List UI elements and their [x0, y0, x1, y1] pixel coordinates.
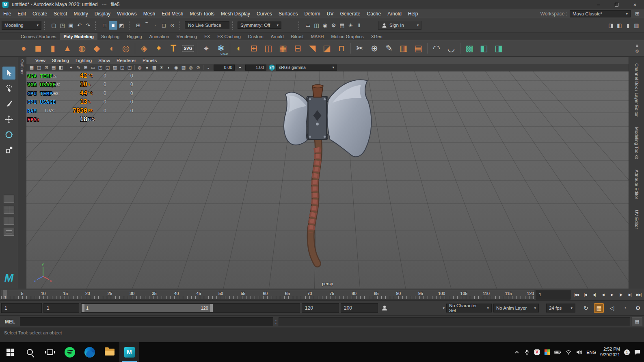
app-grid-tray-icon[interactable]: [544, 349, 550, 355]
viewport-select-camera-icon[interactable]: ▦: [28, 64, 35, 71]
step-forward-key-button[interactable]: |▶: [616, 290, 625, 299]
loop-mode-icon[interactable]: ↻: [581, 303, 591, 313]
workspace-select[interactable]: Maya Classic* ▾: [570, 10, 631, 17]
play-backwards-button[interactable]: ◀: [599, 290, 607, 299]
action-center-button[interactable]: [634, 349, 641, 355]
shelf-item[interactable]: [349, 41, 352, 56]
viewport-bookmarks-icon[interactable]: ▤: [50, 64, 57, 71]
animation-end-field[interactable]: 200: [341, 303, 378, 313]
toolbar-grip[interactable]: [129, 21, 131, 30]
toggle-outliner-icon[interactable]: ▥: [632, 21, 641, 30]
extrude-icon[interactable]: ◥: [305, 41, 320, 56]
toggle-channel-box-icon[interactable]: ▮: [624, 21, 632, 30]
select-tool[interactable]: [2, 67, 15, 80]
save-scene-icon[interactable]: ▣: [67, 21, 75, 30]
toolbar-grip[interactable]: [232, 21, 235, 30]
gamma-field[interactable]: 1.00: [245, 65, 266, 71]
single-pane-layout-button[interactable]: [4, 195, 14, 203]
battery-tray-icon[interactable]: [554, 349, 561, 355]
viewport-shaded-icon[interactable]: ●: [143, 64, 151, 71]
viewport-safe-title-icon[interactable]: ◳: [126, 64, 133, 71]
script-editor-button[interactable]: ▤: [632, 317, 642, 326]
poly-torus-icon[interactable]: ◍: [75, 41, 89, 56]
shelf-tab[interactable]: Rendering: [173, 33, 201, 40]
menu-item[interactable]: Help: [405, 9, 421, 18]
boolean-union-icon[interactable]: ⊞: [246, 41, 261, 56]
menu-item[interactable]: Deform: [301, 9, 323, 18]
symmetry-select[interactable]: Symmetry: Off ▾: [238, 22, 281, 29]
open-scene-icon[interactable]: ◳: [58, 21, 67, 30]
poly-cone-icon[interactable]: ▲: [60, 41, 75, 56]
bevel-icon[interactable]: ◪: [320, 41, 334, 56]
toggle-tool-settings-icon[interactable]: ◧: [615, 21, 624, 30]
character-set-key-icon[interactable]: [380, 303, 389, 313]
volume-tray-icon[interactable]: [576, 349, 582, 355]
viewport-image-plane-icon[interactable]: ◧: [57, 64, 65, 71]
network-tray-icon[interactable]: [565, 349, 572, 355]
menu-item[interactable]: Curves: [253, 9, 275, 18]
make-live-icon[interactable]: ⊙: [168, 21, 177, 30]
shelf-item[interactable]: [426, 41, 429, 56]
shelf-tab[interactable]: Poly Modeling: [60, 33, 97, 40]
playback-start-field[interactable]: 1: [43, 303, 79, 313]
viewport-gate-mask-icon[interactable]: ◱: [104, 64, 111, 71]
animation-preferences-icon[interactable]: ⚙: [633, 303, 643, 313]
menu-item[interactable]: Windows: [114, 9, 140, 18]
maya-app-button[interactable]: M: [119, 342, 139, 362]
render-settings-icon[interactable]: ⚙: [329, 21, 338, 30]
menu-item[interactable]: Mesh Display: [218, 9, 253, 18]
viewport[interactable]: Verts:Edges:Faces:Tris:UVs: 00000 00000 …: [26, 71, 629, 289]
two-pane-layout-button[interactable]: [4, 217, 14, 225]
viewport-film-gate-icon[interactable]: ▭: [89, 64, 97, 71]
file-explorer-button[interactable]: [99, 342, 119, 362]
toggle-attribute-editor-icon[interactable]: ◨: [607, 21, 615, 30]
open-render-view-icon[interactable]: ▭: [304, 21, 312, 30]
playback-speed-icon[interactable]: ◔: [620, 303, 630, 313]
four-pane-layout-button[interactable]: [4, 206, 14, 214]
shelf-tab[interactable]: Curves / Surfaces: [17, 33, 60, 40]
step-forward-frame-button[interactable]: ▶|: [625, 290, 634, 299]
maximize-button[interactable]: [607, 0, 626, 9]
viewport-toolbar-icon[interactable]: [133, 64, 136, 71]
color-management-badge[interactable]: sR: [269, 65, 275, 71]
sidebar-tab[interactable]: Modeling Toolkit: [634, 127, 639, 159]
workspace-options-icon[interactable]: ⊞: [633, 9, 642, 18]
viewport-shadows-icon[interactable]: ◐: [165, 64, 173, 71]
display-layer-icon[interactable]: ▤: [338, 21, 346, 30]
menu-item[interactable]: Display: [91, 9, 114, 18]
menu-item[interactable]: Mesh Tools: [187, 9, 218, 18]
playback-end-field[interactable]: 120: [302, 303, 339, 313]
mirror-icon[interactable]: ⊟: [290, 41, 305, 56]
live-surface-field[interactable]: No Live Surface: [185, 21, 229, 29]
viewport-grid-icon[interactable]: ⊞: [82, 64, 89, 71]
poly-cylinder-icon[interactable]: ▮: [45, 41, 60, 56]
menu-item[interactable]: Arnold: [384, 9, 405, 18]
step-back-key-button[interactable]: ◀|: [590, 290, 599, 299]
range-slider-track[interactable]: 1 120: [81, 303, 300, 313]
panel-menu-item[interactable]: Shading: [49, 58, 72, 63]
rotate-tool[interactable]: [2, 128, 15, 141]
mute-playback-icon[interactable]: ◁: [607, 303, 617, 313]
combine-icon[interactable]: ◐: [232, 41, 246, 56]
microphone-tray-icon[interactable]: [524, 349, 530, 355]
svg-tool-icon[interactable]: SVG: [181, 41, 195, 56]
outliner-panel-strip[interactable]: Outliner: [18, 57, 26, 289]
scale-tool[interactable]: [2, 144, 15, 157]
viewport-antialiasing-icon[interactable]: ▧: [180, 64, 187, 71]
close-button[interactable]: ×: [626, 0, 644, 9]
light-editor-icon[interactable]: ☀: [346, 21, 355, 30]
snap-to-curve-icon[interactable]: ⌒: [143, 21, 151, 30]
menu-item[interactable]: Modify: [70, 9, 91, 18]
redo-icon[interactable]: ↷: [84, 21, 92, 30]
new-scene-icon[interactable]: ▢: [50, 21, 58, 30]
viewport-xray-icon[interactable]: ◎: [187, 64, 194, 71]
edge-app-button[interactable]: [80, 342, 99, 362]
viewport-safe-action-icon[interactable]: ◲: [119, 64, 126, 71]
time-ruler[interactable]: 5101520253035404550556065707580859095100…: [1, 290, 534, 300]
panel-menu-item[interactable]: Show: [95, 58, 113, 63]
task-view-button[interactable]: [40, 342, 60, 362]
spotify-app-button[interactable]: [60, 342, 80, 362]
viewport-lock-camera-icon[interactable]: ◫: [35, 64, 43, 71]
menu-item[interactable]: Generate: [337, 9, 363, 18]
viewport-wireframe-icon[interactable]: ◍: [136, 64, 143, 71]
